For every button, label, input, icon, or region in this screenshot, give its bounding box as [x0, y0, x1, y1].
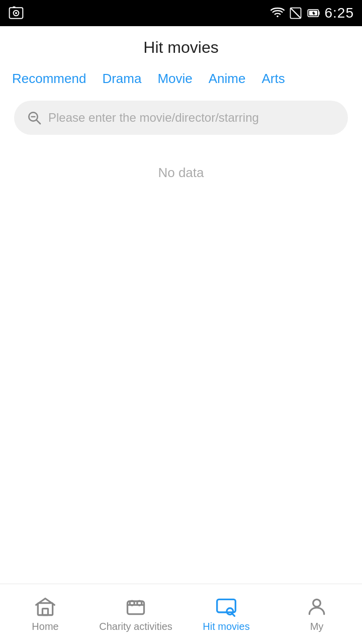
- tab-arts[interactable]: Arts: [261, 67, 285, 91]
- svg-line-11: [37, 120, 40, 124]
- nav-label-charity: Charity activities: [99, 621, 172, 632]
- svg-point-21: [313, 599, 321, 607]
- hitmovies-icon: [215, 596, 237, 618]
- nav-label-home: Home: [32, 621, 58, 632]
- signal-off-icon: [289, 6, 303, 20]
- battery-icon: [307, 6, 321, 20]
- svg-rect-3: [13, 7, 15, 8]
- search-container: [0, 91, 362, 145]
- photo-icon: [8, 5, 24, 21]
- search-bar[interactable]: [14, 101, 348, 135]
- status-bar-right: 6:25: [270, 5, 354, 21]
- nav-item-hitmovies[interactable]: Hit movies: [181, 584, 272, 644]
- bottom-nav: Home Charity activities Hit movies My: [0, 584, 362, 644]
- svg-point-17: [137, 601, 142, 605]
- wifi-icon: [270, 6, 285, 20]
- charity-icon: [125, 596, 147, 618]
- nav-item-charity[interactable]: Charity activities: [90, 584, 181, 644]
- svg-line-6: [290, 8, 301, 19]
- nav-label-hitmovies: Hit movies: [203, 621, 249, 632]
- tab-drama[interactable]: Drama: [102, 67, 141, 91]
- nav-label-my: My: [310, 621, 324, 632]
- status-bar: 6:25: [0, 0, 362, 26]
- svg-rect-14: [43, 609, 48, 615]
- search-icon: [26, 110, 42, 126]
- category-tabs: Recommend Drama Movie Anime Arts: [0, 67, 362, 91]
- empty-state-message: No data: [0, 165, 362, 181]
- page-title: Hit movies: [0, 26, 362, 67]
- svg-point-2: [15, 12, 17, 14]
- search-input[interactable]: [48, 111, 336, 125]
- my-icon: [306, 596, 328, 618]
- status-time: 6:25: [325, 5, 354, 21]
- svg-point-16: [130, 601, 134, 605]
- nav-item-my[interactable]: My: [272, 584, 362, 644]
- tab-anime[interactable]: Anime: [209, 67, 246, 91]
- svg-line-20: [232, 613, 235, 616]
- nav-item-home[interactable]: Home: [0, 584, 90, 644]
- tab-recommend[interactable]: Recommend: [12, 67, 86, 91]
- home-icon: [34, 596, 56, 618]
- tab-movie[interactable]: Movie: [157, 67, 192, 91]
- svg-point-4: [277, 16, 279, 17]
- svg-rect-8: [318, 12, 319, 15]
